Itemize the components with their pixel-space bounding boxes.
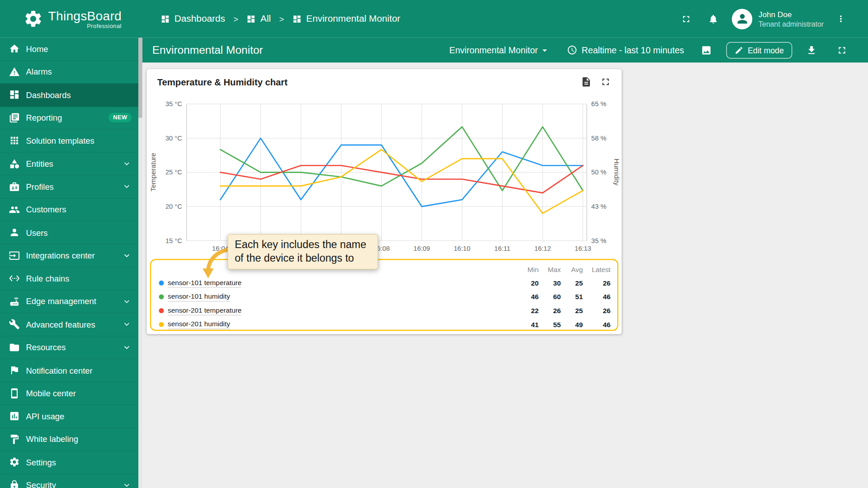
person-icon — [735, 12, 750, 26]
chevron-down-icon — [122, 250, 132, 260]
legend-key-toggle[interactable]: sensor-101 temperature — [159, 279, 516, 288]
sidebar-item-customers[interactable]: Customers — [0, 198, 138, 221]
svg-text:35 °C: 35 °C — [165, 100, 182, 108]
breadcrumb-label: Dashboards — [175, 13, 225, 24]
breadcrumb-item-environmental-monitor[interactable]: Environmental Monitor — [292, 13, 401, 24]
sidebar-item-alarms[interactable]: Alarms — [0, 61, 138, 84]
sidebar-item-resources[interactable]: Resources — [0, 336, 138, 359]
sidebar-scrollbar-thumb[interactable] — [138, 38, 142, 118]
user-info[interactable]: John Doe Tenant administrator — [759, 9, 824, 28]
sidebar-item-home[interactable]: Home — [0, 38, 138, 61]
state-selector-label: Environmental Monitor — [449, 45, 538, 55]
sidebar-item-label: Resources — [26, 343, 66, 352]
lock-icon — [9, 479, 20, 488]
edge-icon — [9, 296, 20, 307]
sidebar-item-label: Rule chains — [26, 274, 70, 283]
chevron-down-icon — [122, 159, 132, 169]
sidebar-item-white-labeling[interactable]: White labeling — [0, 428, 138, 451]
svg-text:30 °C: 30 °C — [165, 135, 182, 142]
svg-text:15 °C: 15 °C — [165, 237, 182, 244]
chart-box-icon — [9, 411, 20, 422]
sidebar-item-dashboards[interactable]: Dashboards — [0, 84, 138, 107]
svg-text:16:12: 16:12 — [534, 245, 551, 252]
legend-value-max: 60 — [538, 293, 561, 300]
breadcrumb-separator: > — [233, 14, 238, 23]
fullscreen-button[interactable] — [681, 14, 691, 24]
chart-widget-card: Temperature & Humidity chart 35 °C65 %30… — [146, 69, 622, 334]
download-button[interactable] — [806, 45, 817, 56]
dashboard-canvas: Temperature & Humidity chart 35 °C65 %30… — [142, 62, 868, 488]
legend-key-label: sensor-201 humidity — [168, 320, 230, 329]
sidebar-item-edge-management[interactable]: Edge management — [0, 290, 138, 313]
sidebar-item-security[interactable]: Security — [0, 474, 138, 488]
dashboard-fullscreen-button[interactable] — [836, 45, 847, 56]
sidebar-nav: HomeAlarmsDashboardsReportingNEWSolution… — [0, 38, 138, 488]
breadcrumb-item-all[interactable]: All — [246, 13, 271, 24]
sidebar-item-settings[interactable]: Settings — [0, 451, 138, 474]
sidebar-item-reporting[interactable]: ReportingNEW — [0, 107, 138, 130]
export-widget-data-button[interactable] — [580, 76, 591, 87]
dashboard-state-selector[interactable]: Environmental Monitor — [449, 45, 550, 56]
legend-key-toggle[interactable]: sensor-201 humidity — [159, 320, 516, 329]
svg-text:16:10: 16:10 — [454, 245, 471, 252]
svg-text:25 °C: 25 °C — [165, 169, 182, 176]
legend-column-min: Min — [516, 266, 538, 273]
image-gallery-button[interactable] — [701, 45, 712, 56]
sidebar-item-label: Entities — [26, 159, 53, 169]
notifications-button[interactable] — [708, 14, 718, 24]
sidebar-item-integrations-center[interactable]: Integrations center — [0, 244, 138, 267]
grid-icon — [292, 14, 302, 23]
breadcrumb: Dashboards>All>Environmental Monitor — [160, 0, 400, 38]
sidebar-item-rule-chains[interactable]: Rule chains — [0, 267, 138, 290]
sidebar-item-label: Users — [26, 228, 48, 237]
logo-text: ThingsBoard Professional — [48, 9, 122, 29]
logo-subtitle: Professional — [48, 23, 122, 29]
sidebar-item-notification-center[interactable]: Notification center — [0, 359, 138, 382]
sidebar-item-label: White labeling — [26, 435, 78, 444]
rule-chains-icon — [9, 273, 20, 284]
legend-key-toggle[interactable]: sensor-101 humidity — [159, 292, 516, 301]
sidebar-scrollbar[interactable] — [138, 38, 142, 488]
thingsboard-logo[interactable]: ThingsBoard Professional — [23, 9, 121, 29]
widget-fullscreen-button[interactable] — [600, 76, 611, 87]
legend-row-sensor-101-humidity: sensor-101 humidity46605146 — [151, 290, 617, 304]
user-name: John Doe — [759, 9, 824, 19]
svg-text:58 %: 58 % — [591, 135, 606, 142]
more-menu-button[interactable] — [836, 14, 846, 24]
sidebar-item-profiles[interactable]: Profiles — [0, 175, 138, 198]
customers-icon — [9, 204, 20, 215]
sidebar-item-api-usage[interactable]: API usage — [0, 405, 138, 428]
legend-column-max: Max — [538, 266, 561, 273]
logo-title: ThingsBoard — [48, 9, 122, 23]
breadcrumb-item-dashboards[interactable]: Dashboards — [160, 13, 225, 24]
sidebar-item-label: Notification center — [26, 366, 93, 375]
legend-row-sensor-201-humidity: sensor-201 humidity41554946 — [151, 318, 617, 332]
sidebar-item-solution-templates[interactable]: Solution templates — [0, 130, 138, 153]
mobile-icon — [9, 388, 20, 399]
entities-icon — [9, 158, 20, 169]
user-role: Tenant administrator — [759, 19, 824, 28]
svg-text:35 %: 35 % — [591, 237, 606, 244]
legend-key-toggle[interactable]: sensor-201 temperature — [159, 306, 516, 315]
svg-text:Humidity: Humidity — [613, 159, 621, 186]
line-chart: 35 °C65 %30 °C58 %25 °C50 %20 °C43 %15 °… — [146, 97, 622, 259]
avatar[interactable] — [732, 9, 752, 29]
series-color-dot — [159, 294, 164, 299]
legend-value-max: 26 — [538, 307, 561, 314]
widget-title: Temperature & Humidity chart — [157, 77, 288, 87]
sidebar-item-users[interactable]: Users — [0, 221, 138, 244]
sidebar-item-mobile-center[interactable]: Mobile center — [0, 382, 138, 405]
timewindow-button[interactable]: Realtime - last 10 minutes — [567, 45, 684, 55]
flag-icon — [9, 365, 20, 375]
sidebar-item-label: API usage — [26, 412, 65, 421]
sidebar-item-advanced-features[interactable]: Advanced features — [0, 313, 138, 336]
chevron-down-icon — [122, 343, 132, 352]
legend-key-label: sensor-201 temperature — [168, 306, 241, 315]
legend-value-max: 55 — [538, 321, 561, 328]
legend-value-min: 41 — [516, 321, 538, 328]
dashboard-title: Environmental Monitor — [152, 44, 263, 56]
legend-key-label: sensor-101 humidity — [168, 292, 230, 301]
svg-text:50 %: 50 % — [591, 169, 606, 176]
sidebar-item-entities[interactable]: Entities — [0, 152, 138, 175]
edit-mode-button[interactable]: Edit mode — [726, 42, 792, 58]
